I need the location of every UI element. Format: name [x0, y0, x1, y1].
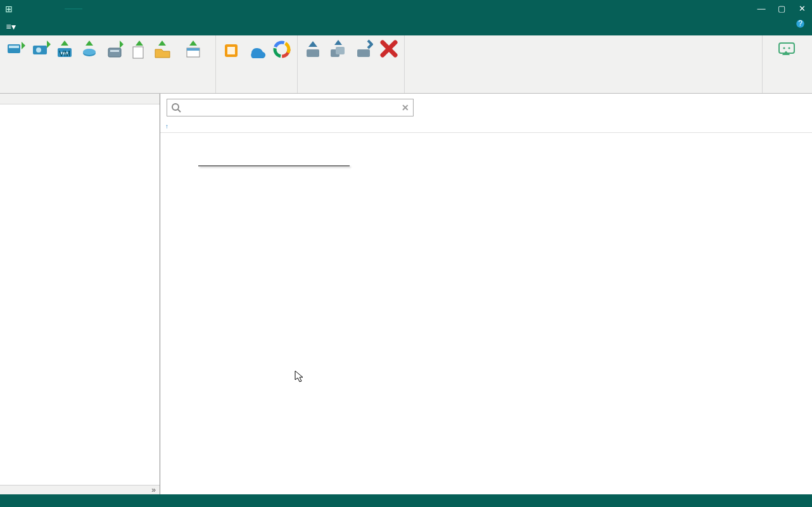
application-items-button[interactable] [175, 37, 213, 92]
minimize-button[interactable]: — [751, 0, 771, 18]
copy-backup-icon [328, 39, 348, 59]
ribbon-group-actions [298, 35, 405, 93]
col-jobname[interactable]: ↑ [164, 122, 273, 130]
virtual-disks-icon [80, 39, 100, 59]
search-icon [171, 103, 181, 113]
svg-rect-22 [307, 49, 319, 57]
export-backup-button[interactable] [351, 37, 376, 92]
azure-iaas-icon [246, 39, 267, 59]
move-backup-button[interactable] [300, 37, 326, 92]
instant-recovery-icon [5, 39, 25, 59]
entire-vm-icon: VM [55, 39, 75, 59]
svg-text:?: ? [798, 19, 802, 28]
export-disks-button[interactable] [103, 37, 128, 92]
context-menu[interactable] [198, 165, 350, 166]
search-input[interactable] [181, 103, 402, 112]
guest-files-button[interactable] [151, 37, 175, 92]
azure-iaas-button[interactable] [244, 37, 269, 92]
svg-rect-15 [187, 48, 200, 51]
instant-disk-recovery-button[interactable] [28, 37, 53, 92]
amazon-ec2-button[interactable] [219, 37, 244, 92]
maximize-button[interactable]: ▢ [771, 0, 792, 18]
svg-rect-11 [108, 48, 121, 57]
ribbon-group-intelligence [762, 35, 812, 93]
svg-rect-17 [227, 47, 235, 54]
nav-column: » [0, 94, 160, 494]
svg-rect-13 [133, 47, 143, 58]
chat-icon [777, 39, 797, 59]
svg-point-29 [172, 104, 179, 110]
file-menu-button[interactable]: ≡▾ [0, 18, 22, 35]
svg-rect-24 [336, 47, 345, 54]
svg-text:VM: VM [59, 49, 70, 58]
help-button[interactable]: ? [796, 19, 812, 35]
svg-rect-12 [110, 50, 119, 52]
close-button[interactable]: ✕ [792, 0, 812, 18]
svg-point-27 [783, 47, 785, 49]
menu-bar: ≡▾ ? [0, 18, 812, 35]
amazon-ec2-icon [221, 39, 241, 59]
vm-files-button[interactable] [128, 37, 151, 92]
instant-recovery-button[interactable] [3, 37, 28, 92]
backup-tools-tab[interactable] [65, 8, 82, 9]
veeam-intelligence-button[interactable] [765, 37, 809, 84]
nav-collapse-chevron[interactable]: » [0, 485, 160, 494]
svg-line-30 [178, 110, 181, 112]
ribbon-group-restore-cloud [216, 35, 298, 93]
ribbon-group-restore: VM [0, 35, 216, 93]
qat-icon[interactable]: ⊞ [0, 1, 18, 16]
grid-column-headers[interactable]: ↑ [160, 119, 812, 133]
google-ce-icon [272, 39, 292, 59]
nav-header [0, 94, 160, 104]
copy-backup-button[interactable] [326, 37, 351, 92]
vm-files-icon [129, 39, 149, 59]
instant-disk-recovery-icon [30, 39, 51, 59]
svg-point-5 [36, 47, 41, 53]
export-disks-icon [105, 39, 125, 59]
move-backup-icon [303, 39, 323, 59]
delete-from-disk-button[interactable] [376, 37, 402, 92]
delete-from-disk-icon [379, 39, 399, 59]
application-items-icon [184, 39, 204, 59]
window-title [82, 0, 751, 18]
search-box[interactable]: ✕ [167, 99, 414, 116]
nav-tree[interactable] [0, 104, 160, 485]
guest-files-icon [153, 39, 173, 59]
clear-search-icon[interactable]: ✕ [402, 103, 409, 113]
export-backup-icon [353, 39, 374, 59]
grid-rows[interactable] [160, 133, 812, 494]
svg-point-10 [83, 49, 96, 55]
main-panel: ✕ ↑ [160, 94, 812, 494]
ribbon: VM [0, 35, 812, 94]
svg-rect-25 [357, 49, 370, 57]
sort-asc-icon: ↑ [165, 123, 168, 130]
entire-vm-button[interactable]: VM [53, 37, 77, 92]
virtual-disks-button[interactable] [77, 37, 103, 92]
svg-rect-3 [9, 46, 19, 48]
title-bar: ⊞ — ▢ ✕ [0, 0, 812, 18]
google-ce-button[interactable] [269, 37, 295, 92]
status-bar [0, 494, 812, 507]
svg-point-28 [788, 47, 790, 49]
